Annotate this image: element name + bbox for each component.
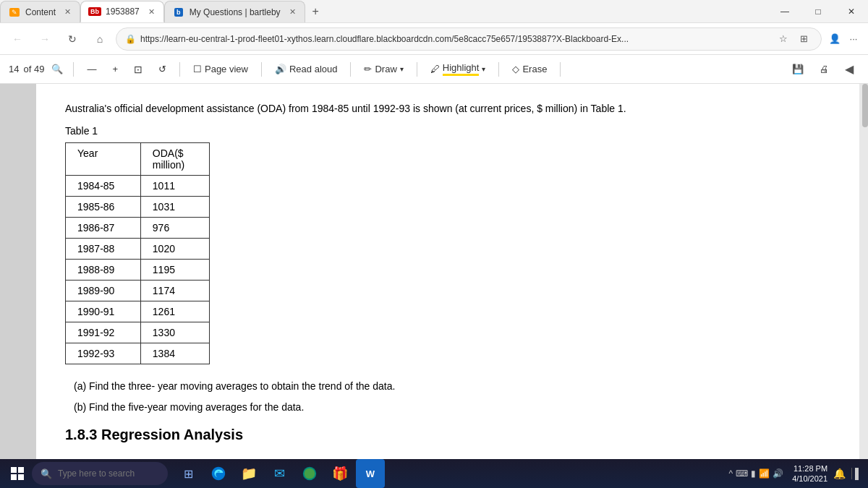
oda-cell: 1020	[140, 239, 209, 260]
window-controls: — □ ✕	[768, 0, 868, 23]
taskbar-app-icons: ⊞ 📁 ✉ 🎁 W	[174, 459, 385, 488]
draw-label: Draw	[375, 64, 396, 74]
refresh-button[interactable]: ↻	[61, 27, 84, 51]
year-cell: 1986-87	[66, 218, 141, 239]
highlight-dropdown-icon: ▾	[482, 65, 485, 73]
toolbar-separator-1	[73, 62, 74, 77]
tray-caret-icon[interactable]: ^	[729, 468, 733, 479]
section-heading: 1.8.3 Regression Analysis	[65, 427, 830, 443]
zoom-in-button[interactable]: +	[106, 61, 124, 77]
gift-taskbar-icon[interactable]: 🎁	[326, 459, 354, 488]
table-row: 1987-881020	[66, 239, 210, 260]
star-icon[interactable]: ☆	[775, 30, 792, 48]
show-desktop-icon[interactable]: ▌	[851, 468, 862, 479]
content-tab-close[interactable]: ✕	[64, 7, 71, 17]
year-cell: 1985-86	[66, 197, 141, 218]
forward-button[interactable]: →	[33, 27, 56, 51]
sidebar-left	[0, 84, 36, 488]
taskbar-search-input[interactable]	[58, 468, 159, 479]
address-bar-input[interactable]: 🔒 https://learn-eu-central-1-prod-fleet0…	[116, 27, 822, 51]
taskbar: 🔍 ⊞ 📁 ✉ 🎁 W ^ ⌨ ▮ 📶 🔊	[0, 459, 868, 488]
intro-paragraph: Australia's official development assista…	[65, 101, 830, 116]
scrollbar-thumb[interactable]	[862, 84, 868, 127]
toolbar-separator-4	[350, 62, 351, 77]
read-aloud-label: Read aloud	[289, 64, 338, 74]
restore-button[interactable]: □	[801, 0, 835, 23]
battery-icon[interactable]: ▮	[751, 468, 756, 479]
scrollbar-track[interactable]	[859, 84, 868, 488]
highlight-button[interactable]: 🖊 Highlight ▾	[425, 60, 492, 78]
year-cell: 1990-91	[66, 301, 141, 322]
year-cell: 1989-90	[66, 281, 141, 301]
print-button[interactable]: 🖨	[814, 61, 835, 77]
pin-button[interactable]: ◀	[839, 59, 859, 80]
oda-cell: 1330	[140, 322, 209, 343]
table-header-row: Year ODA($million)	[66, 143, 210, 176]
save-button[interactable]: 💾	[786, 61, 809, 77]
keyboard-icon[interactable]: ⌨	[736, 468, 748, 479]
bb-tab-icon: Bb	[90, 7, 100, 17]
tab-bartleby[interactable]: b My Questions | bartleby ✕	[164, 1, 305, 22]
browser2-taskbar-icon[interactable]	[295, 459, 324, 488]
close-button[interactable]: ✕	[835, 0, 868, 23]
oda-cell: 1174	[140, 281, 209, 301]
page-view-button[interactable]: ☐ Page view	[187, 61, 254, 77]
taskbar-search-box[interactable]: 🔍	[32, 462, 168, 485]
clock-time: 11:28 PM	[792, 463, 827, 474]
draw-dropdown-icon: ▾	[400, 65, 404, 73]
oda-cell: 976	[140, 218, 209, 239]
page-view-label: Page view	[205, 64, 248, 74]
volume-icon[interactable]: 🔊	[773, 468, 783, 479]
erase-icon: ◇	[512, 64, 519, 74]
bartleby-tab-close[interactable]: ✕	[289, 7, 296, 17]
mail-taskbar-icon[interactable]: ✉	[265, 459, 294, 488]
network-icon[interactable]: 📶	[759, 468, 770, 479]
toolbar-separator-6	[498, 62, 499, 77]
back-button[interactable]: ←	[6, 27, 29, 51]
oda-cell: 1011	[140, 176, 209, 197]
question-a: (a) Find the three- year moving averages…	[65, 379, 830, 394]
system-tray: ^ ⌨ ▮ 📶 🔊 11:28 PM 4/10/2021 🔔 ▌	[729, 463, 863, 484]
notification-icon[interactable]: 🔔	[833, 468, 846, 479]
collections-icon[interactable]: ⊞	[795, 30, 812, 48]
toolbar-separator-2	[179, 62, 180, 77]
rotate-button[interactable]: ↺	[153, 61, 172, 77]
toolbar-separator-7	[560, 62, 561, 77]
oda-cell: 1195	[140, 260, 209, 281]
start-button[interactable]	[6, 462, 29, 485]
oda-table: Year ODA($million) 1984-8510111985-86103…	[65, 142, 210, 364]
profile-icon[interactable]: 👤	[826, 30, 843, 48]
bb-tab-close[interactable]: ✕	[148, 7, 155, 17]
search-document-icon[interactable]: 🔍	[48, 61, 66, 78]
page-info: 14 of 49 🔍	[9, 61, 66, 78]
zoom-out-button[interactable]: —	[81, 61, 102, 77]
bartleby-tab-label: My Questions | bartleby	[190, 7, 281, 17]
task-view-button[interactable]: ⊞	[174, 459, 203, 488]
year-cell: 1984-85	[66, 176, 141, 197]
oda-cell: 1261	[140, 301, 209, 322]
tab-bb[interactable]: Bb 1953887 ✕	[80, 1, 164, 22]
fit-page-button[interactable]: ⊡	[128, 61, 148, 78]
content-tab-label: Content	[25, 7, 56, 17]
draw-button[interactable]: ✏ Draw ▾	[358, 61, 409, 77]
system-clock[interactable]: 11:28 PM 4/10/2021	[792, 463, 827, 484]
edge-browser-taskbar-icon[interactable]	[204, 459, 233, 488]
read-aloud-button[interactable]: 🔊 Read aloud	[269, 61, 344, 77]
file-explorer-taskbar-icon[interactable]: 📁	[234, 459, 263, 488]
year-column-header: Year	[66, 143, 141, 176]
table-row: 1986-87976	[66, 218, 210, 239]
home-button[interactable]: ⌂	[88, 27, 111, 51]
erase-button[interactable]: ◇ Erase	[506, 61, 553, 77]
erase-label: Erase	[522, 64, 547, 74]
word-taskbar-icon[interactable]: W	[356, 459, 385, 488]
table-title: Table 1	[65, 125, 830, 137]
new-tab-button[interactable]: +	[305, 1, 326, 22]
draw-icon: ✏	[364, 64, 372, 74]
taskbar-search-icon: 🔍	[41, 468, 52, 479]
more-options-icon[interactable]: ···	[845, 30, 862, 48]
tab-content[interactable]: ✎ Content ✕	[0, 1, 80, 22]
table-body: 1984-8510111985-8610311986-879761987-881…	[66, 176, 210, 364]
minimize-button[interactable]: —	[768, 0, 801, 23]
highlight-pen-icon: 🖊	[430, 64, 440, 74]
read-aloud-icon: 🔊	[275, 64, 286, 74]
